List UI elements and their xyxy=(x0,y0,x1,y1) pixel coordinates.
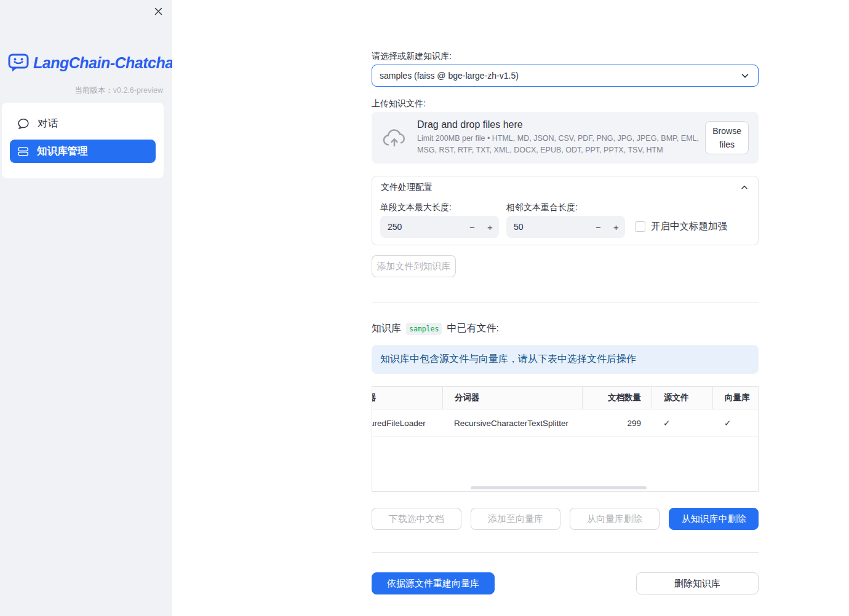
sidebar-item-knowledge-base[interactable]: 知识库管理 xyxy=(10,140,156,163)
chevron-up-icon xyxy=(739,183,749,192)
close-icon xyxy=(153,6,164,17)
column-header-loader[interactable]: 器 xyxy=(372,387,442,409)
main-content: 请选择或新建知识库: samples (faiss @ bge-large-zh… xyxy=(172,0,849,616)
kb-files-suffix: 中已有文件: xyxy=(447,322,498,335)
sidebar: LangChain-Chatchat 当前版本：v0.2.6-preview 对… xyxy=(0,0,172,616)
file-dropzone[interactable]: Drag and drop files here Limit 200MB per… xyxy=(372,112,759,164)
cell-splitter: RecursiveCharacterTextSplitter xyxy=(442,409,582,436)
chat-bubble-logo-icon xyxy=(8,53,29,73)
delete-kb-button[interactable]: 删除知识库 xyxy=(636,572,759,594)
table-horizontal-scrollbar[interactable] xyxy=(471,486,647,489)
column-header-doc-count[interactable]: 文档数量 xyxy=(582,387,652,409)
checkbox-label: 开启中文标题加强 xyxy=(651,220,727,233)
upload-label: 上传知识文件: xyxy=(372,98,426,109)
dropzone-texts: Drag and drop files here Limit 200MB per… xyxy=(417,119,705,157)
stack-icon xyxy=(17,146,29,157)
checkbox-icon xyxy=(635,221,645,232)
app-title: LangChain-Chatchat xyxy=(33,54,178,72)
divider xyxy=(372,302,759,302)
version-value: v0.2.6-preview xyxy=(113,86,163,95)
sidebar-item-dialogue[interactable]: 对话 xyxy=(10,112,156,135)
file-actions-row: 下载选中文档 添加至向量库 从向量库删除 从知识库中删除 xyxy=(372,508,759,530)
dropzone-hint: Limit 200MB per file • HTML, MD, JSON, C… xyxy=(417,133,705,157)
kb-select-dropdown[interactable]: samples (faiss @ bge-large-zh-v1.5) xyxy=(372,65,759,87)
version-info: 当前版本：v0.2.6-preview xyxy=(74,85,163,96)
kb-footer-actions: 依据源文件重建向量库 删除知识库 xyxy=(372,572,759,594)
kb-name-code: samples xyxy=(406,323,442,335)
kb-files-prefix: 知识库 xyxy=(372,322,401,335)
overlap-input[interactable] xyxy=(506,222,589,232)
cell-vector-store-check: ✓ xyxy=(712,409,758,436)
delete-from-vector-store-button[interactable]: 从向量库删除 xyxy=(570,508,660,530)
overlap-decrement-button[interactable]: − xyxy=(589,216,607,238)
column-header-source-file[interactable]: 源文件 xyxy=(652,387,712,409)
cell-doc-count: 299 xyxy=(582,409,652,436)
sidebar-menu: 对话 知识库管理 xyxy=(2,103,164,178)
info-alert: 知识库中包含源文件与向量库，请从下表中选择文件后操作 xyxy=(372,345,759,374)
cell-loader: uredFileLoader xyxy=(372,409,442,436)
sidebar-close-button[interactable] xyxy=(152,5,164,17)
delete-from-kb-button[interactable]: 从知识库中删除 xyxy=(669,508,759,530)
add-files-to-kb-button[interactable]: 添加文件到知识库 xyxy=(372,255,456,277)
chevron-down-icon xyxy=(739,70,751,81)
chunk-size-decrement-button[interactable]: − xyxy=(463,216,481,238)
chunk-size-increment-button[interactable]: + xyxy=(481,216,499,238)
rebuild-vector-store-button[interactable]: 依据源文件重建向量库 xyxy=(372,572,495,594)
chunk-size-stepper: − + xyxy=(380,216,499,238)
file-config-expander-header[interactable]: 文件处理配置 xyxy=(372,176,758,199)
cloud-upload-icon xyxy=(381,127,407,149)
chinese-title-enhance-checkbox[interactable]: 开启中文标题加强 xyxy=(635,220,727,233)
version-label: 当前版本： xyxy=(74,86,113,95)
kb-select-label: 请选择或新建知识库: xyxy=(372,51,452,62)
table-row[interactable]: uredFileLoader RecursiveCharacterTextSpl… xyxy=(372,409,758,437)
overlap-stepper: − + xyxy=(506,216,625,238)
divider xyxy=(372,552,759,553)
dropzone-title: Drag and drop files here xyxy=(417,119,705,130)
app-logo: LangChain-Chatchat xyxy=(8,53,178,73)
column-header-splitter[interactable]: 分词器 xyxy=(442,387,582,409)
file-config-expander: 文件处理配置 单段文本最大长度: − + 相邻文本重合长度: − + xyxy=(372,176,759,245)
kb-files-heading: 知识库 samples 中已有文件: xyxy=(372,322,499,335)
table-header-row: 器 分词器 文档数量 源文件 向量库 xyxy=(372,387,758,409)
column-header-vector-store[interactable]: 向量库 xyxy=(712,387,758,409)
kb-select-value: samples (faiss @ bge-large-zh-v1.5) xyxy=(380,71,739,81)
info-alert-text: 知识库中包含源文件与向量库，请从下表中选择文件后操作 xyxy=(380,353,636,366)
add-to-vector-store-button[interactable]: 添加至向量库 xyxy=(471,508,560,530)
sidebar-item-label: 知识库管理 xyxy=(37,144,88,158)
download-selected-button[interactable]: 下载选中文档 xyxy=(372,508,461,530)
file-config-title: 文件处理配置 xyxy=(381,182,739,193)
chat-icon xyxy=(17,117,30,130)
browse-files-button[interactable]: Browse files xyxy=(705,121,749,155)
chunk-size-input[interactable] xyxy=(380,222,463,232)
sidebar-item-label: 对话 xyxy=(38,117,58,130)
overlap-label: 相邻文本重合长度: xyxy=(506,202,578,213)
kb-files-table: 器 分词器 文档数量 源文件 向量库 uredFileLoader Recurs… xyxy=(372,386,759,492)
overlap-increment-button[interactable]: + xyxy=(607,216,625,238)
app-page: LangChain-Chatchat 当前版本：v0.2.6-preview 对… xyxy=(0,0,849,616)
cell-source-file-check: ✓ xyxy=(652,409,712,436)
chunk-size-label: 单段文本最大长度: xyxy=(380,202,452,213)
